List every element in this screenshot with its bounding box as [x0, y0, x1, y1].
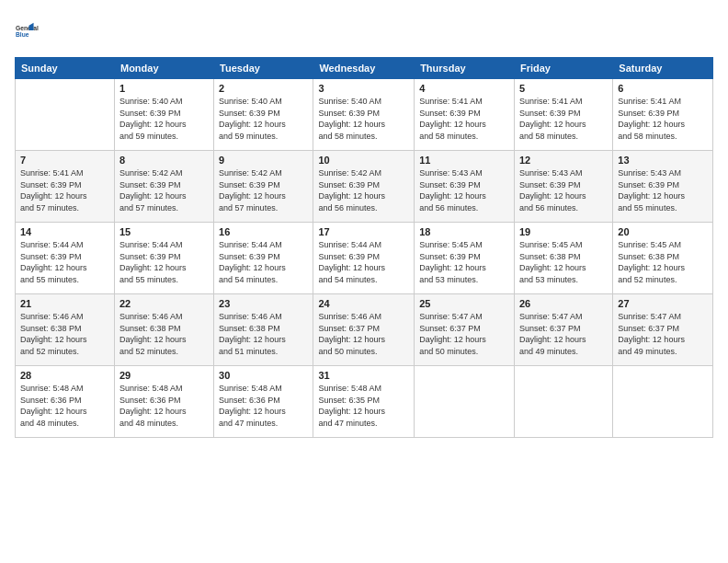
day-info: Sunrise: 5:45 AM Sunset: 6:38 PM Dayligh… — [618, 239, 708, 285]
day-number: 15 — [119, 226, 209, 237]
calendar-cell — [514, 366, 612, 438]
calendar-cell: 11Sunrise: 5:43 AM Sunset: 6:39 PM Dayli… — [415, 151, 515, 223]
day-number: 11 — [419, 155, 509, 166]
calendar-week-5: 28Sunrise: 5:48 AM Sunset: 6:36 PM Dayli… — [16, 366, 713, 438]
day-info: Sunrise: 5:40 AM Sunset: 6:39 PM Dayligh… — [219, 96, 308, 142]
calendar-cell: 14Sunrise: 5:44 AM Sunset: 6:39 PM Dayli… — [16, 223, 115, 294]
day-number: 21 — [20, 298, 109, 309]
calendar-cell: 28Sunrise: 5:48 AM Sunset: 6:36 PM Dayli… — [16, 366, 115, 438]
day-number: 4 — [419, 83, 509, 94]
calendar-header-thursday: Thursday — [415, 58, 515, 79]
calendar-cell: 10Sunrise: 5:42 AM Sunset: 6:39 PM Dayli… — [313, 151, 415, 223]
day-number: 20 — [618, 226, 708, 237]
page-header: General Blue — [15, 15, 713, 48]
day-number: 1 — [119, 83, 209, 94]
calendar-cell — [16, 79, 115, 151]
calendar-cell: 23Sunrise: 5:46 AM Sunset: 6:38 PM Dayli… — [214, 294, 313, 366]
day-info: Sunrise: 5:41 AM Sunset: 6:39 PM Dayligh… — [618, 96, 708, 142]
day-info: Sunrise: 5:46 AM Sunset: 6:37 PM Dayligh… — [318, 311, 409, 357]
calendar-cell: 12Sunrise: 5:43 AM Sunset: 6:39 PM Dayli… — [514, 151, 612, 223]
calendar-cell: 31Sunrise: 5:48 AM Sunset: 6:35 PM Dayli… — [313, 366, 415, 438]
day-info: Sunrise: 5:47 AM Sunset: 6:37 PM Dayligh… — [519, 311, 608, 357]
day-info: Sunrise: 5:46 AM Sunset: 6:38 PM Dayligh… — [219, 311, 308, 357]
calendar-cell: 30Sunrise: 5:48 AM Sunset: 6:36 PM Dayli… — [214, 366, 313, 438]
day-info: Sunrise: 5:44 AM Sunset: 6:39 PM Dayligh… — [119, 239, 209, 285]
day-info: Sunrise: 5:41 AM Sunset: 6:39 PM Dayligh… — [419, 96, 509, 142]
svg-text:General: General — [16, 25, 39, 31]
calendar-week-1: 1Sunrise: 5:40 AM Sunset: 6:39 PM Daylig… — [16, 79, 713, 151]
day-number: 14 — [20, 226, 109, 237]
day-info: Sunrise: 5:46 AM Sunset: 6:38 PM Dayligh… — [20, 311, 109, 357]
day-number: 27 — [618, 298, 708, 309]
calendar-cell: 3Sunrise: 5:40 AM Sunset: 6:39 PM Daylig… — [313, 79, 415, 151]
calendar-header-monday: Monday — [114, 58, 213, 79]
day-info: Sunrise: 5:48 AM Sunset: 6:36 PM Dayligh… — [119, 383, 209, 429]
logo: General Blue — [15, 15, 51, 48]
calendar-cell: 25Sunrise: 5:47 AM Sunset: 6:37 PM Dayli… — [415, 294, 515, 366]
calendar-header-friday: Friday — [514, 58, 612, 79]
day-info: Sunrise: 5:48 AM Sunset: 6:35 PM Dayligh… — [318, 383, 409, 429]
day-number: 26 — [519, 298, 608, 309]
day-number: 10 — [318, 155, 409, 166]
day-info: Sunrise: 5:41 AM Sunset: 6:39 PM Dayligh… — [20, 167, 109, 213]
logo-icon: General Blue — [15, 15, 48, 48]
calendar-cell: 18Sunrise: 5:45 AM Sunset: 6:39 PM Dayli… — [415, 223, 515, 294]
calendar-header-wednesday: Wednesday — [313, 58, 415, 79]
day-info: Sunrise: 5:44 AM Sunset: 6:39 PM Dayligh… — [318, 239, 409, 285]
calendar-cell: 9Sunrise: 5:42 AM Sunset: 6:39 PM Daylig… — [214, 151, 313, 223]
day-number: 30 — [219, 370, 308, 381]
day-number: 7 — [20, 155, 109, 166]
day-info: Sunrise: 5:43 AM Sunset: 6:39 PM Dayligh… — [519, 167, 608, 213]
day-info: Sunrise: 5:48 AM Sunset: 6:36 PM Dayligh… — [20, 383, 109, 429]
calendar-cell: 15Sunrise: 5:44 AM Sunset: 6:39 PM Dayli… — [114, 223, 213, 294]
day-number: 22 — [119, 298, 209, 309]
day-number: 16 — [219, 226, 308, 237]
calendar-cell: 2Sunrise: 5:40 AM Sunset: 6:39 PM Daylig… — [214, 79, 313, 151]
calendar-cell: 6Sunrise: 5:41 AM Sunset: 6:39 PM Daylig… — [613, 79, 713, 151]
calendar-cell: 21Sunrise: 5:46 AM Sunset: 6:38 PM Dayli… — [16, 294, 115, 366]
day-info: Sunrise: 5:41 AM Sunset: 6:39 PM Dayligh… — [519, 96, 608, 142]
calendar-cell: 24Sunrise: 5:46 AM Sunset: 6:37 PM Dayli… — [313, 294, 415, 366]
calendar-cell: 26Sunrise: 5:47 AM Sunset: 6:37 PM Dayli… — [514, 294, 612, 366]
day-number: 9 — [219, 155, 308, 166]
day-number: 6 — [618, 83, 708, 94]
day-info: Sunrise: 5:40 AM Sunset: 6:39 PM Dayligh… — [318, 96, 409, 142]
day-info: Sunrise: 5:42 AM Sunset: 6:39 PM Dayligh… — [318, 167, 409, 213]
calendar-cell: 7Sunrise: 5:41 AM Sunset: 6:39 PM Daylig… — [16, 151, 115, 223]
calendar-cell: 8Sunrise: 5:42 AM Sunset: 6:39 PM Daylig… — [114, 151, 213, 223]
day-number: 29 — [119, 370, 209, 381]
day-info: Sunrise: 5:43 AM Sunset: 6:39 PM Dayligh… — [419, 167, 509, 213]
calendar-header-tuesday: Tuesday — [214, 58, 313, 79]
day-info: Sunrise: 5:47 AM Sunset: 6:37 PM Dayligh… — [419, 311, 509, 357]
day-info: Sunrise: 5:42 AM Sunset: 6:39 PM Dayligh… — [219, 167, 308, 213]
day-info: Sunrise: 5:45 AM Sunset: 6:39 PM Dayligh… — [419, 239, 509, 285]
day-info: Sunrise: 5:44 AM Sunset: 6:39 PM Dayligh… — [219, 239, 308, 285]
calendar-week-3: 14Sunrise: 5:44 AM Sunset: 6:39 PM Dayli… — [16, 223, 713, 294]
day-number: 18 — [419, 226, 509, 237]
day-number: 5 — [519, 83, 608, 94]
day-number: 23 — [219, 298, 308, 309]
calendar-cell: 1Sunrise: 5:40 AM Sunset: 6:39 PM Daylig… — [114, 79, 213, 151]
calendar-cell: 27Sunrise: 5:47 AM Sunset: 6:37 PM Dayli… — [613, 294, 713, 366]
calendar-cell: 4Sunrise: 5:41 AM Sunset: 6:39 PM Daylig… — [415, 79, 515, 151]
day-number: 31 — [318, 370, 409, 381]
day-number: 25 — [419, 298, 509, 309]
calendar-cell — [415, 366, 515, 438]
day-number: 24 — [318, 298, 409, 309]
day-number: 2 — [219, 83, 308, 94]
calendar-cell: 19Sunrise: 5:45 AM Sunset: 6:38 PM Dayli… — [514, 223, 612, 294]
day-number: 28 — [20, 370, 109, 381]
day-info: Sunrise: 5:45 AM Sunset: 6:38 PM Dayligh… — [519, 239, 608, 285]
day-number: 13 — [618, 155, 708, 166]
calendar-cell: 13Sunrise: 5:43 AM Sunset: 6:39 PM Dayli… — [613, 151, 713, 223]
calendar-cell: 16Sunrise: 5:44 AM Sunset: 6:39 PM Dayli… — [214, 223, 313, 294]
calendar-cell — [613, 366, 713, 438]
calendar-cell: 5Sunrise: 5:41 AM Sunset: 6:39 PM Daylig… — [514, 79, 612, 151]
calendar-cell: 22Sunrise: 5:46 AM Sunset: 6:38 PM Dayli… — [114, 294, 213, 366]
calendar-header-row: SundayMondayTuesdayWednesdayThursdayFrid… — [16, 58, 713, 79]
day-number: 17 — [318, 226, 409, 237]
day-number: 19 — [519, 226, 608, 237]
svg-text:Blue: Blue — [16, 31, 29, 38]
day-info: Sunrise: 5:48 AM Sunset: 6:36 PM Dayligh… — [219, 383, 308, 429]
day-info: Sunrise: 5:46 AM Sunset: 6:38 PM Dayligh… — [119, 311, 209, 357]
